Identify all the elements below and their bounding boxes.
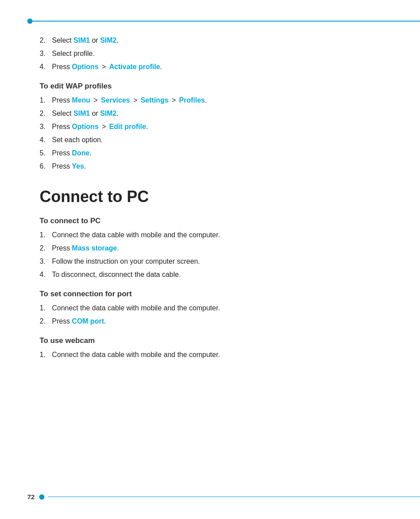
sim1-link2[interactable]: SIM1 bbox=[74, 110, 90, 117]
menu-link[interactable]: Menu bbox=[72, 96, 90, 104]
wap-profiles-heading: To edit WAP profiles bbox=[40, 82, 385, 91]
com-port-link[interactable]: COM port bbox=[72, 317, 104, 325]
list-item: 2. Press Mass storage. bbox=[40, 243, 385, 254]
list-num: 2. bbox=[40, 316, 52, 327]
list-text: Select SIM1 or SIM2. bbox=[52, 108, 118, 119]
list-num: 1. bbox=[40, 230, 52, 240]
connect-to-pc-heading: Connect to PC bbox=[40, 188, 385, 206]
connect-to-pc-subheading: To connect to PC bbox=[40, 217, 385, 225]
list-text: Press Done. bbox=[52, 148, 92, 158]
sim1-link[interactable]: SIM1 bbox=[74, 37, 90, 44]
mass-storage-link[interactable]: Mass storage bbox=[72, 244, 117, 252]
list-text: Press Mass storage. bbox=[52, 243, 119, 254]
list-num: 4. bbox=[40, 135, 52, 145]
list-num: 4. bbox=[40, 62, 52, 72]
list-item: 4. Press Options > Activate profile. bbox=[40, 62, 385, 72]
list-num: 2. bbox=[40, 108, 52, 119]
bottom-line bbox=[48, 497, 420, 497]
options-link2[interactable]: Options bbox=[72, 123, 98, 130]
list-text: Select profile. bbox=[52, 48, 95, 59]
activate-profile-link[interactable]: Activate profile bbox=[109, 63, 160, 70]
top-line bbox=[33, 21, 420, 22]
page-number: 72 bbox=[27, 493, 35, 501]
services-link[interactable]: Services bbox=[101, 96, 130, 104]
list-item: 4. Set each option. bbox=[40, 135, 385, 145]
list-text: Connect the data cable with mobile and t… bbox=[52, 303, 220, 313]
connect-to-pc-list: 1. Connect the data cable with mobile an… bbox=[40, 230, 385, 280]
list-text: Select SIM1 or SIM2. bbox=[52, 35, 118, 46]
list-text: To disconnect, disconnect the data cable… bbox=[52, 269, 181, 280]
profiles-link[interactable]: Profiles bbox=[179, 96, 205, 104]
port-connection-list: 1. Connect the data cable with mobile an… bbox=[40, 303, 385, 327]
list-num: 1. bbox=[40, 303, 52, 313]
list-text: Connect the data cable with mobile and t… bbox=[52, 350, 220, 360]
wap-profiles-list: 1. Press Menu > Services > Settings > Pr… bbox=[40, 95, 385, 172]
list-text: Press Menu > Services > Settings > Profi… bbox=[52, 95, 207, 106]
list-text: Connect the data cable with mobile and t… bbox=[52, 230, 220, 240]
list-item: 1. Press Menu > Services > Settings > Pr… bbox=[40, 95, 385, 106]
list-num: 1. bbox=[40, 95, 52, 106]
intro-list: 2. Select SIM1 or SIM2. 3. Select profil… bbox=[40, 35, 385, 72]
list-num: 3. bbox=[40, 256, 52, 267]
webcam-list: 1. Connect the data cable with mobile an… bbox=[40, 350, 385, 360]
list-num: 1. bbox=[40, 350, 52, 360]
list-item: 5. Press Done. bbox=[40, 148, 385, 158]
list-item: 2. Select SIM1 or SIM2. bbox=[40, 35, 385, 46]
edit-profile-link[interactable]: Edit profile bbox=[109, 123, 146, 130]
list-num: 2. bbox=[40, 243, 52, 254]
list-num: 3. bbox=[40, 48, 52, 59]
list-num: 4. bbox=[40, 269, 52, 280]
list-item: 1. Connect the data cable with mobile an… bbox=[40, 350, 385, 360]
list-item: 4. To disconnect, disconnect the data ca… bbox=[40, 269, 385, 280]
sim2-link2[interactable]: SIM2 bbox=[100, 110, 116, 117]
page-content: 2. Select SIM1 or SIM2. 3. Select profil… bbox=[0, 0, 420, 399]
top-decorative-line bbox=[0, 18, 420, 24]
list-num: 5. bbox=[40, 148, 52, 158]
list-text: Press Yes. bbox=[52, 161, 86, 172]
options-link[interactable]: Options bbox=[72, 63, 98, 70]
list-item: 6. Press Yes. bbox=[40, 161, 385, 172]
webcam-heading: To use webcam bbox=[40, 336, 385, 345]
list-text: Press COM port. bbox=[52, 316, 106, 327]
bottom-decorative-line: 72 bbox=[0, 493, 420, 501]
list-text: Follow the instruction on your computer … bbox=[52, 256, 200, 267]
list-num: 6. bbox=[40, 161, 52, 172]
top-dot bbox=[27, 18, 33, 24]
bottom-dot bbox=[39, 494, 44, 500]
list-num: 3. bbox=[40, 121, 52, 132]
yes-link[interactable]: Yes bbox=[72, 162, 84, 170]
done-link[interactable]: Done bbox=[72, 149, 89, 157]
settings-link[interactable]: Settings bbox=[140, 96, 168, 104]
list-item: 3. Select profile. bbox=[40, 48, 385, 59]
list-item: 2. Press COM port. bbox=[40, 316, 385, 327]
port-connection-heading: To set connection for port bbox=[40, 290, 385, 298]
list-text: Press Options > Edit profile. bbox=[52, 121, 148, 132]
list-item: 1. Connect the data cable with mobile an… bbox=[40, 303, 385, 313]
list-num: 2. bbox=[40, 35, 52, 46]
list-item: 3. Follow the instruction on your comput… bbox=[40, 256, 385, 267]
sim2-link[interactable]: SIM2 bbox=[100, 37, 116, 44]
list-item: 1. Connect the data cable with mobile an… bbox=[40, 230, 385, 240]
list-item: 3. Press Options > Edit profile. bbox=[40, 121, 385, 132]
list-item: 2. Select SIM1 or SIM2. bbox=[40, 108, 385, 119]
list-text: Press Options > Activate profile. bbox=[52, 62, 162, 72]
list-text: Set each option. bbox=[52, 135, 103, 145]
